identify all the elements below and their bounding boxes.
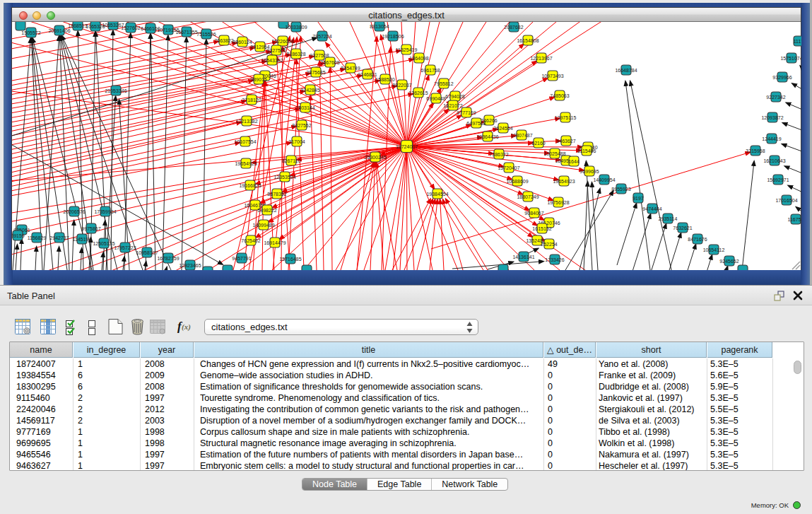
svg-text:9975867: 9975867 <box>81 226 100 231</box>
svg-text:7485063: 7485063 <box>550 93 569 98</box>
svg-text:317004: 317004 <box>288 139 305 144</box>
svg-text:2718120: 2718120 <box>242 98 261 103</box>
svg-text:9227342: 9227342 <box>766 95 785 100</box>
svg-text:1864098: 1864098 <box>409 56 428 61</box>
svg-text:989015: 989015 <box>250 77 266 82</box>
svg-text:1505572: 1505572 <box>21 30 40 35</box>
svg-text:9242845: 9242845 <box>300 88 319 93</box>
svg-text:1615152: 1615152 <box>532 226 551 231</box>
svg-text:7857224: 7857224 <box>312 34 331 39</box>
svg-text:12093872: 12093872 <box>761 115 783 120</box>
svg-text:7625402: 7625402 <box>241 238 260 243</box>
svg-text:2942737: 2942737 <box>49 235 69 240</box>
svg-text:3624554: 3624554 <box>493 126 512 131</box>
svg-text:9457791: 9457791 <box>232 256 251 261</box>
svg-text:6990448: 6990448 <box>426 96 445 101</box>
svg-text:1145194: 1145194 <box>73 237 92 242</box>
svg-text:9146821: 9146821 <box>358 72 377 77</box>
svg-text:19654923: 19654923 <box>553 179 575 184</box>
svg-text:6497568: 6497568 <box>466 121 486 126</box>
svg-text:8454749: 8454749 <box>341 66 360 71</box>
svg-text:1244419: 1244419 <box>762 136 781 141</box>
svg-text:25300245: 25300245 <box>364 155 386 160</box>
svg-text:19756928: 19756928 <box>547 200 569 205</box>
svg-text:10958107: 10958107 <box>136 250 158 255</box>
svg-text:3875685: 3875685 <box>306 70 325 75</box>
svg-text:8822037: 8822037 <box>392 83 411 88</box>
svg-text:15720407: 15720407 <box>498 165 519 170</box>
svg-text:15751074: 15751074 <box>780 56 801 61</box>
svg-text:9327508: 9327508 <box>310 53 329 58</box>
svg-text:8186328: 8186328 <box>286 52 305 57</box>
svg-text:1868513: 1868513 <box>68 23 87 28</box>
svg-text:19218506: 19218506 <box>382 34 404 39</box>
svg-text:9699695: 9699695 <box>579 169 599 174</box>
svg-text:8115466: 8115466 <box>577 148 596 153</box>
svg-text:7515526: 7515526 <box>196 32 216 37</box>
svg-text:1733426: 1733426 <box>545 257 564 262</box>
svg-text:10654112: 10654112 <box>703 247 725 252</box>
svg-text:14136141: 14136141 <box>512 255 534 259</box>
svg-text:1362615: 1362615 <box>408 90 428 95</box>
svg-text:2087682: 2087682 <box>504 25 523 30</box>
svg-text:12353594: 12353594 <box>273 175 295 180</box>
svg-text:10807487: 10807487 <box>510 133 532 138</box>
svg-text:8471676: 8471676 <box>688 237 707 242</box>
svg-text:1117: 1117 <box>794 39 801 44</box>
svg-text:9327506: 9327506 <box>266 48 286 53</box>
svg-text:7632621: 7632621 <box>673 226 692 230</box>
svg-text:1621072: 1621072 <box>443 103 462 108</box>
svg-text:11325419: 11325419 <box>396 47 418 52</box>
svg-text:12975115: 12975115 <box>555 115 577 120</box>
svg-text:21053346: 21053346 <box>105 88 126 93</box>
svg-text:9474444: 9474444 <box>642 206 661 211</box>
svg-text:1588520: 1588520 <box>375 77 394 82</box>
svg-text:16914479: 16914479 <box>264 240 286 245</box>
svg-text:14099489: 14099489 <box>252 223 274 228</box>
svg-text:15226058: 15226058 <box>271 39 293 44</box>
svg-text:19654925: 19654925 <box>235 161 257 166</box>
svg-text:16210643: 16210643 <box>763 158 785 163</box>
svg-text:19166825: 19166825 <box>239 183 261 188</box>
svg-text:1156829: 1156829 <box>28 235 47 240</box>
svg-text:15692971: 15692971 <box>767 177 789 182</box>
svg-text:7663822: 7663822 <box>214 38 233 43</box>
svg-text:8955923: 8955923 <box>611 187 630 192</box>
svg-text:16671355: 16671355 <box>175 30 197 35</box>
svg-text:12213382: 12213382 <box>235 119 257 124</box>
svg-text:9084067: 9084067 <box>524 211 543 216</box>
svg-text:10688609: 10688609 <box>506 179 528 184</box>
svg-text:116753: 116753 <box>788 217 801 222</box>
svg-text:7955812: 7955812 <box>434 81 453 86</box>
svg-text:10107554: 10107554 <box>234 139 256 144</box>
svg-text:9329966: 9329966 <box>772 75 792 80</box>
svg-text:16782759: 16782759 <box>157 256 179 261</box>
svg-text:9197: 9197 <box>632 196 644 201</box>
svg-text:16543382: 16543382 <box>261 58 283 63</box>
svg-text:20206576: 20206576 <box>63 209 85 214</box>
svg-text:9463627: 9463627 <box>556 139 575 144</box>
svg-text:62160: 62160 <box>531 141 546 146</box>
svg-text:17359934: 17359934 <box>94 209 116 214</box>
svg-text:8267110: 8267110 <box>282 158 301 163</box>
svg-text:8427552: 8427552 <box>292 123 311 128</box>
svg-text:16033809: 16033809 <box>285 25 307 30</box>
svg-text:9245652: 9245652 <box>719 259 739 264</box>
svg-text:6961758: 6961758 <box>420 68 440 73</box>
svg-text:15716485: 15716485 <box>279 257 301 262</box>
svg-text:6794028: 6794028 <box>445 94 464 99</box>
svg-text:12213967: 12213967 <box>530 56 552 61</box>
svg-text:20691406: 20691406 <box>48 28 70 33</box>
svg-text:8878352: 8878352 <box>267 192 286 197</box>
svg-text:2803144: 2803144 <box>295 105 314 110</box>
svg-text:16648784: 16648784 <box>615 68 637 73</box>
svg-text:5498222: 5498222 <box>257 208 276 213</box>
svg-text:8813054: 8813054 <box>370 24 389 29</box>
svg-text:2935114: 2935114 <box>659 216 678 221</box>
svg-text:12505135: 12505135 <box>93 241 114 246</box>
svg-text:252254: 252254 <box>541 242 557 247</box>
svg-text:(x): (x) <box>182 322 191 332</box>
svg-text:3215958: 3215958 <box>746 148 765 153</box>
svg-text:17957223: 17957223 <box>114 245 136 250</box>
svg-text:17016504: 17016504 <box>775 198 797 203</box>
